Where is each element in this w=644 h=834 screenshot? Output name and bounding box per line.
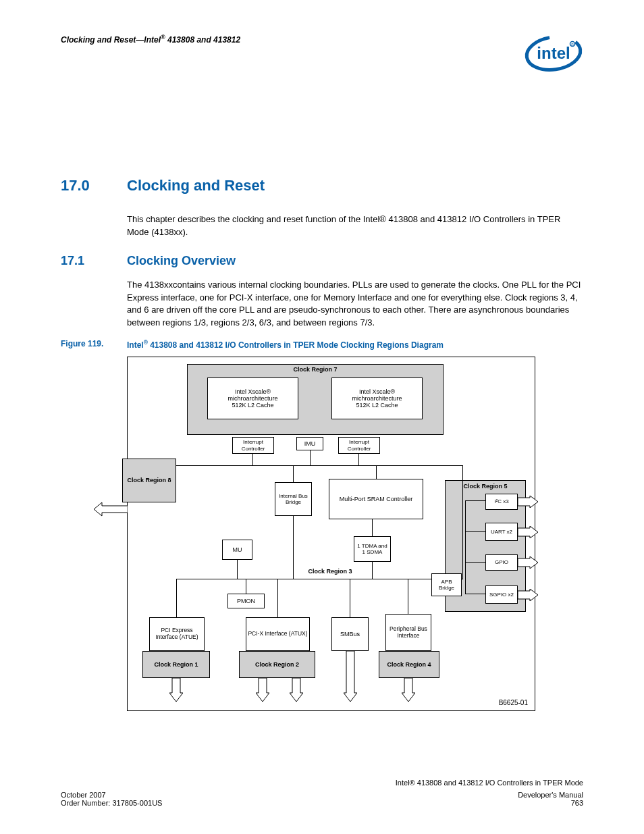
clock-region-1: Clock Region 1	[142, 651, 210, 678]
svg-marker-6	[518, 526, 538, 538]
gpio-block: GPIO	[485, 554, 518, 571]
svg-text:R: R	[571, 43, 574, 47]
intro-paragraph: This chapter describes the clocking and …	[127, 213, 583, 239]
svg-marker-7	[518, 556, 538, 569]
figure-number: Figure 119.	[61, 339, 127, 350]
internal-bus-bridge: Internal Bus Bridge	[275, 482, 312, 516]
footer-page-number: 763	[571, 799, 583, 807]
sgpio-block: SGPIO x2	[485, 585, 518, 604]
clock-region-8: Clock Region 8	[122, 459, 176, 502]
apb-bridge: APB Bridge	[431, 573, 462, 596]
footer-manual: Developer's Manual	[518, 791, 583, 799]
interrupt-controller-2: Interrupt Controller	[338, 437, 380, 454]
svg-text:intel: intel	[537, 44, 570, 62]
uart-block: UART x2	[485, 523, 518, 541]
heading-number: 17.0	[61, 177, 127, 194]
tdma-sdma-block: 1 TDMA and 1 SDMA	[354, 536, 391, 562]
svg-marker-8	[518, 589, 538, 601]
multiport-sram-controller: Multi-Port SRAM Controller	[329, 479, 423, 519]
clocking-regions-diagram: Clock Region 7 Intel Xscale®michroarchit…	[127, 357, 535, 711]
footer-order-number: Order Number: 317805-001US	[61, 799, 162, 807]
svg-marker-13	[402, 678, 415, 702]
i2c-block: I²C x3	[485, 494, 518, 510]
intel-logo: intel R	[524, 34, 583, 76]
body-paragraph: The 4138xxcontains various internal cloc…	[127, 279, 583, 330]
clock-region-4: Clock Region 4	[379, 651, 439, 678]
peripheral-bus-interface: Peripheral Bus Interface	[385, 614, 431, 651]
clock-region-3-label: Clock Region 3	[293, 568, 367, 575]
page-header: Clocking and Reset—Intel® 413808 and 413…	[61, 34, 583, 76]
mu-block: MU	[222, 540, 252, 560]
xscale-block-1: Intel Xscale®michroarchitecture512K L2 C…	[207, 377, 298, 419]
smbus-block: SMBus	[331, 617, 369, 651]
heading-text: Clocking Overview	[127, 254, 236, 268]
figure-ref-number: B6625-01	[499, 699, 528, 706]
footer-date: October 2007	[61, 791, 106, 799]
pci-express-atue: PCI Express Interface (ATUE)	[149, 617, 205, 651]
page-footer: Intel® 413808 and 413812 I/O Controllers…	[61, 779, 583, 807]
clock-region-2: Clock Region 2	[239, 651, 315, 678]
xscale-block-2: Intel Xscale®michroarchitecture512K L2 C…	[331, 377, 423, 419]
pmon-block: PMON	[227, 594, 265, 608]
interrupt-controller-1: Interrupt Controller	[232, 437, 274, 454]
heading-1: 17.0 Clocking and Reset	[61, 177, 583, 194]
heading-text: Clocking and Reset	[127, 177, 265, 194]
imu-block: IMU	[296, 437, 323, 450]
pci-x-atux: PCI-X Interface (ATUX)	[246, 617, 310, 651]
svg-marker-9	[169, 678, 183, 702]
svg-marker-12	[344, 651, 357, 702]
heading-2: 17.1 Clocking Overview	[61, 254, 583, 268]
svg-marker-10	[256, 678, 269, 702]
heading-number: 17.1	[61, 254, 127, 268]
svg-marker-4	[94, 502, 128, 516]
footer-doc-title: Intel® 413808 and 413812 I/O Controllers…	[61, 779, 583, 787]
figure-caption: Intel® 413808 and 413812 I/O Controllers…	[127, 339, 444, 350]
svg-marker-11	[290, 678, 303, 702]
svg-marker-5	[518, 496, 538, 508]
figure-label: Figure 119. Intel® 413808 and 413812 I/O…	[61, 339, 583, 350]
header-title: Clocking and Reset—Intel® 413808 and 413…	[61, 34, 240, 45]
